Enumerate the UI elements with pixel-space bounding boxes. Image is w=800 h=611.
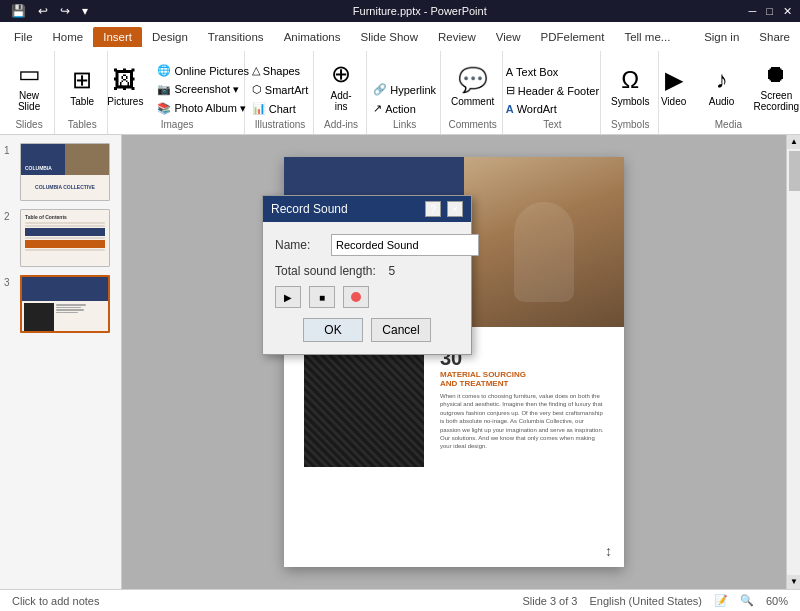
tab-home[interactable]: Home xyxy=(43,27,94,47)
record-sound-dialog[interactable]: Record Sound ? × Name: Total sound lengt… xyxy=(262,195,472,355)
links-group-label: Links xyxy=(393,119,416,132)
main-area: 1 COLUMBIA COLUMBIA COLLECTIVE 2 Table o… xyxy=(0,135,800,589)
slide-thumb-3[interactable]: 3 xyxy=(4,275,117,333)
online-pictures-button[interactable]: 🌐 Online Pictures xyxy=(153,62,253,79)
zoom-level: 60% xyxy=(766,595,788,607)
action-button[interactable]: ↗ Action xyxy=(369,100,440,117)
sound-length-value: 5 xyxy=(388,264,395,278)
chart-button[interactable]: 📊 Chart xyxy=(248,100,312,117)
textbox-icon: A xyxy=(506,66,513,78)
smartart-icon: ⬡ xyxy=(252,83,262,96)
notes-area[interactable]: Click to add notes xyxy=(12,595,99,607)
hyperlink-button[interactable]: 🔗 Hyperlink xyxy=(369,81,440,98)
textbox-button[interactable]: A Text Box xyxy=(502,64,603,80)
minimize-button[interactable]: ─ xyxy=(749,5,757,18)
screen-recording-button[interactable]: ⏺ ScreenRecording xyxy=(748,55,800,117)
scroll-down-button[interactable]: ▼ xyxy=(787,575,800,589)
dialog-title-buttons[interactable]: ? × xyxy=(425,201,463,217)
slide-bottom-body: When it comes to choosing furniture, val… xyxy=(440,392,604,451)
tab-tell-me[interactable]: Tell me... xyxy=(614,27,680,47)
craftsman-image xyxy=(464,157,624,327)
record-button[interactable] xyxy=(343,286,369,308)
tab-transitions[interactable]: Transitions xyxy=(198,27,274,47)
name-row: Name: xyxy=(275,234,459,256)
status-right: Slide 3 of 3 English (United States) 📝 🔍… xyxy=(522,594,788,607)
window-controls[interactable]: ─ □ ✕ xyxy=(749,5,792,18)
text-group: A Text Box ⊟ Header & Footer A WordArt T… xyxy=(505,51,601,134)
cursor-indicator: ↕ xyxy=(605,543,612,559)
ok-button[interactable]: OK xyxy=(303,318,363,342)
dialog-close-button[interactable]: × xyxy=(447,201,463,217)
comment-button[interactable]: 💬 Comment xyxy=(445,55,500,117)
images-group: 🖼 Pictures 🌐 Online Pictures 📷 Screensho… xyxy=(110,51,245,134)
slide-panel: 1 COLUMBIA COLUMBIA COLLECTIVE 2 Table o… xyxy=(0,135,122,589)
video-icon: ▶ xyxy=(665,66,683,94)
screenshot-icon: 📷 xyxy=(157,83,171,96)
comments-group: 💬 Comment Comments xyxy=(443,51,503,134)
name-input[interactable] xyxy=(331,234,479,256)
shapes-icon: △ xyxy=(252,64,260,77)
table-icon: ⊞ xyxy=(72,66,92,94)
slide-number-3: 3 xyxy=(4,277,16,288)
dialog-action-buttons: OK Cancel xyxy=(275,318,459,342)
right-scrollbar: ▲ ▼ xyxy=(786,135,800,589)
share-button[interactable]: Share xyxy=(749,27,800,47)
redo-icon[interactable]: ↪ xyxy=(57,4,73,18)
slide-bottom-text: 30 MATERIAL SOURCINGAND TREATMENT When i… xyxy=(440,347,604,467)
addins-icon: ⊕ xyxy=(331,60,351,88)
tab-view[interactable]: View xyxy=(486,27,531,47)
addins-group-label: Add-ins xyxy=(324,119,358,132)
close-button[interactable]: ✕ xyxy=(783,5,792,18)
scroll-up-button[interactable]: ▲ xyxy=(787,135,800,149)
links-small-group: 🔗 Hyperlink ↗ Action xyxy=(369,81,440,117)
zoom-slider[interactable]: 🔍 xyxy=(740,594,754,607)
play-button[interactable]: ▶ xyxy=(275,286,301,308)
dialog-help-button[interactable]: ? xyxy=(425,201,441,217)
record-dot xyxy=(351,292,361,302)
slides-group-label: Slides xyxy=(15,119,42,132)
header-footer-button[interactable]: ⊟ Header & Footer xyxy=(502,82,603,99)
tab-review[interactable]: Review xyxy=(428,27,486,47)
status-bar: Click to add notes Slide 3 of 3 English … xyxy=(0,589,800,611)
pictures-button[interactable]: 🖼 Pictures xyxy=(101,55,149,117)
undo-icon[interactable]: ↩ xyxy=(35,4,51,18)
scroll-thumb[interactable] xyxy=(789,151,800,191)
ribbon-tabs: File Home Insert Design Transitions Anim… xyxy=(0,22,800,47)
tab-file[interactable]: File xyxy=(4,27,43,47)
slide-image-1: COLUMBIA COLUMBIA COLLECTIVE xyxy=(20,143,110,201)
screenshot-button[interactable]: 📷 Screenshot ▾ xyxy=(153,81,253,98)
restore-button[interactable]: □ xyxy=(766,5,773,18)
video-button[interactable]: ▶ Video xyxy=(652,55,696,117)
slide-thumb-2[interactable]: 2 Table of Contents xyxy=(4,209,117,267)
audio-button[interactable]: ♪ Audio xyxy=(700,55,744,117)
signin-button[interactable]: Sign in xyxy=(694,27,749,47)
wordart-button[interactable]: A WordArt xyxy=(502,101,603,117)
tab-pdfelement[interactable]: PDFelement xyxy=(531,27,615,47)
photo-album-button[interactable]: 📚 Photo Album ▾ xyxy=(153,100,253,117)
save-icon[interactable]: 💾 xyxy=(8,4,29,18)
images-small-group: 🌐 Online Pictures 📷 Screenshot ▾ 📚 Photo… xyxy=(153,62,253,117)
customize-icon[interactable]: ▾ xyxy=(79,4,91,18)
slide-thumb-1[interactable]: 1 COLUMBIA COLUMBIA COLLECTIVE xyxy=(4,143,117,201)
addins-button[interactable]: ⊕ Add-ins xyxy=(319,55,363,117)
text-group-label: Text xyxy=(543,119,561,132)
hyperlink-icon: 🔗 xyxy=(373,83,387,96)
tab-insert[interactable]: Insert xyxy=(93,27,142,47)
stop-button[interactable]: ■ xyxy=(309,286,335,308)
text-small-group: A Text Box ⊟ Header & Footer A WordArt xyxy=(502,64,603,117)
shapes-button[interactable]: △ Shapes xyxy=(248,62,312,79)
name-label: Name: xyxy=(275,238,325,252)
tab-animations[interactable]: Animations xyxy=(274,27,351,47)
smartart-button[interactable]: ⬡ SmartArt xyxy=(248,81,312,98)
slide-count: Slide 3 of 3 xyxy=(522,595,577,607)
notes-icon[interactable]: 📝 xyxy=(714,594,728,607)
table-button[interactable]: ⊞ Table xyxy=(60,55,104,117)
window-title: Furniture.pptx - PowerPoint xyxy=(91,5,749,17)
tab-design[interactable]: Design xyxy=(142,27,198,47)
tab-slideshow[interactable]: Slide Show xyxy=(351,27,429,47)
comment-icon: 💬 xyxy=(458,66,488,94)
symbols-button[interactable]: Ω Symbols xyxy=(605,55,655,117)
new-slide-button[interactable]: ▭ NewSlide xyxy=(7,55,51,117)
cancel-button[interactable]: Cancel xyxy=(371,318,431,342)
quick-access-toolbar[interactable]: 💾 ↩ ↪ ▾ xyxy=(8,4,91,18)
